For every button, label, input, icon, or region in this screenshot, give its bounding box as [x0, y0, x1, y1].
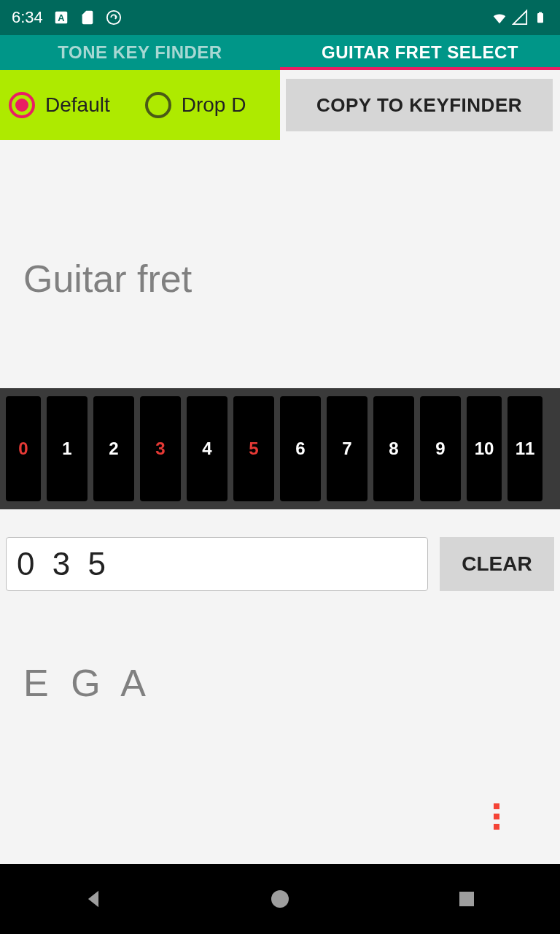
clear-button[interactable]: CLEAR: [440, 537, 554, 591]
nav-back-button[interactable]: [13, 864, 174, 934]
copy-button-wrap: COPY TO KEYFINDER: [280, 70, 560, 140]
nav-recent-button[interactable]: [386, 864, 547, 934]
svg-text:A: A: [58, 12, 64, 23]
status-bar: 6:34 A: [0, 0, 560, 35]
fret-strip[interactable]: 0 1 2 3 4 5 6 7 8 9 10 11: [0, 388, 560, 509]
radio-label: Default: [45, 93, 110, 117]
notes-display: E G A: [0, 591, 560, 705]
sd-card-icon: [79, 9, 96, 26]
fret-key-5[interactable]: 5: [233, 396, 274, 501]
fret-input[interactable]: [6, 537, 428, 591]
dot-icon: [494, 814, 499, 819]
fret-key-3[interactable]: 3: [140, 396, 181, 501]
fret-key-10[interactable]: 10: [467, 396, 502, 501]
status-left: 6:34 A: [12, 8, 122, 27]
more-menu-icon[interactable]: [478, 798, 515, 835]
battery-icon: [532, 9, 548, 26]
fret-key-11[interactable]: 11: [508, 396, 542, 501]
radio-label: Drop D: [182, 93, 246, 117]
android-nav-bar: [0, 864, 560, 934]
fret-key-7[interactable]: 7: [327, 396, 368, 501]
status-right: [491, 9, 548, 26]
dot-icon: [494, 824, 499, 830]
wifi-icon: [491, 9, 508, 26]
sync-icon: [106, 9, 122, 26]
input-row: CLEAR: [0, 509, 560, 591]
tuning-option-default[interactable]: Default: [0, 92, 110, 118]
tab-tone-key-finder[interactable]: TONE KEY FINDER: [0, 35, 280, 70]
tab-guitar-fret-select[interactable]: GUITAR FRET SELECT: [280, 35, 560, 70]
fret-key-8[interactable]: 8: [373, 396, 414, 501]
radio-icon: [9, 92, 35, 118]
svg-point-2: [107, 11, 120, 24]
fret-key-9[interactable]: 9: [420, 396, 461, 501]
nav-home-button[interactable]: [200, 864, 360, 934]
content: Guitar fret 0 1 2 3 4 5 6 7 8 9 10 11 CL…: [0, 140, 560, 705]
radio-icon: [145, 92, 171, 118]
status-time: 6:34: [12, 8, 43, 27]
copy-to-keyfinder-button[interactable]: COPY TO KEYFINDER: [286, 79, 553, 131]
keyboard-icon: A: [53, 9, 69, 26]
dot-icon: [494, 803, 499, 809]
controls-row: Default Drop D COPY TO KEYFINDER: [0, 70, 560, 140]
svg-point-5: [271, 890, 289, 908]
svg-rect-4: [539, 12, 542, 14]
signal-icon: [512, 9, 528, 26]
svg-rect-3: [537, 13, 543, 23]
section-title: Guitar fret: [0, 140, 560, 301]
fret-key-0[interactable]: 0: [6, 396, 41, 501]
tuning-radio-group: Default Drop D: [0, 70, 280, 140]
tuning-option-drop-d[interactable]: Drop D: [136, 92, 246, 118]
fret-key-4[interactable]: 4: [187, 396, 228, 501]
fret-key-6[interactable]: 6: [280, 396, 321, 501]
tab-bar: TONE KEY FINDER GUITAR FRET SELECT: [0, 35, 560, 70]
fret-key-1[interactable]: 1: [47, 396, 88, 501]
svg-rect-6: [459, 892, 474, 906]
fret-key-2[interactable]: 2: [93, 396, 134, 501]
